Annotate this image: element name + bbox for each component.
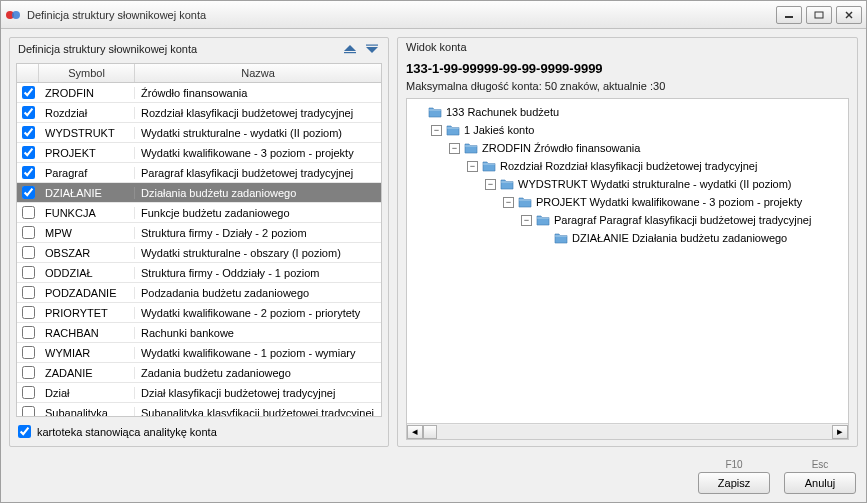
analytic-checkbox-label[interactable]: kartoteka stanowiąca analitykę konta bbox=[37, 426, 217, 438]
row-checkbox[interactable] bbox=[22, 186, 35, 199]
row-checkbox[interactable] bbox=[22, 366, 35, 379]
row-symbol: Rozdział bbox=[39, 107, 135, 119]
row-checkbox[interactable] bbox=[22, 406, 35, 416]
folder-icon bbox=[446, 124, 460, 136]
move-up-icon[interactable] bbox=[342, 41, 358, 57]
table-row[interactable]: ZRODFINŹrówdło finansowania bbox=[17, 83, 381, 103]
row-checkbox[interactable] bbox=[22, 226, 35, 239]
horizontal-scrollbar[interactable]: ◂ ▸ bbox=[407, 423, 848, 439]
tree-item[interactable]: 133 Rachunek budżetu bbox=[409, 103, 846, 121]
row-checkbox[interactable] bbox=[22, 246, 35, 259]
tree-collapse-icon[interactable]: − bbox=[503, 197, 514, 208]
row-nazwa: Wydatki strukturalne - obszary (I poziom… bbox=[135, 247, 381, 259]
row-checkbox[interactable] bbox=[22, 166, 35, 179]
row-checkbox[interactable] bbox=[22, 266, 35, 279]
table-row[interactable]: PODZADANIEPodzadania budżetu zadaniowego bbox=[17, 283, 381, 303]
svg-marker-9 bbox=[366, 47, 378, 53]
row-nazwa: Podzadania budżetu zadaniowego bbox=[135, 287, 381, 299]
row-check-cell bbox=[17, 166, 39, 180]
table-row[interactable]: ParagrafParagraf klasyfikacji budżetowej… bbox=[17, 163, 381, 183]
save-button[interactable]: Zapisz bbox=[698, 472, 770, 494]
table-row[interactable]: DziałDział klasyfikacji budżetowej trady… bbox=[17, 383, 381, 403]
tree-item-label: Paragraf Paragraf klasyfikacji budżetowe… bbox=[554, 214, 811, 226]
scroll-left-arrow[interactable]: ◂ bbox=[407, 425, 423, 439]
table-row[interactable]: ODDZIAŁStruktura firmy - Oddziały - 1 po… bbox=[17, 263, 381, 283]
table-row[interactable]: PRIORYTETWydatki kwalifikowane - 2 pozio… bbox=[17, 303, 381, 323]
row-symbol: FUNKCJA bbox=[39, 207, 135, 219]
table-row[interactable]: WYDSTRUKTWydatki strukturalne - wydatki … bbox=[17, 123, 381, 143]
col-symbol[interactable]: Symbol bbox=[39, 64, 135, 82]
table-row[interactable]: FUNKCJAFunkcje budżetu zadaniowego bbox=[17, 203, 381, 223]
content-area: Definicja struktury słownikowej konta Sy… bbox=[1, 29, 866, 455]
row-checkbox[interactable] bbox=[22, 126, 35, 139]
tree-item[interactable]: −Paragraf Paragraf klasyfikacji budżetow… bbox=[409, 211, 846, 229]
scroll-right-arrow[interactable]: ▸ bbox=[832, 425, 848, 439]
row-check-cell bbox=[17, 86, 39, 100]
tree-collapse-icon[interactable]: − bbox=[467, 161, 478, 172]
maximize-button[interactable] bbox=[806, 6, 832, 24]
row-checkbox[interactable] bbox=[22, 386, 35, 399]
table-row[interactable]: DZIAŁANIEDziałania budżetu zadaniowego bbox=[17, 183, 381, 203]
row-nazwa: Paragraf klasyfikacji budżetowej tradycy… bbox=[135, 167, 381, 179]
table-body: ZRODFINŹrówdło finansowaniaRozdziałRozdz… bbox=[17, 83, 381, 416]
row-checkbox[interactable] bbox=[22, 346, 35, 359]
row-check-cell bbox=[17, 286, 39, 300]
row-checkbox[interactable] bbox=[22, 326, 35, 339]
tree-collapse-icon[interactable]: − bbox=[485, 179, 496, 190]
row-check-cell bbox=[17, 186, 39, 200]
col-nazwa[interactable]: Nazwa bbox=[135, 64, 381, 82]
tree-item[interactable]: DZIAŁANIE Działania budżetu zadaniowego bbox=[409, 229, 846, 247]
row-checkbox[interactable] bbox=[22, 306, 35, 319]
table-row[interactable]: WYMIARWydatki kwalifikowane - 1 poziom -… bbox=[17, 343, 381, 363]
row-nazwa: Wydatki kwalifikowane - 1 poziom - wymia… bbox=[135, 347, 381, 359]
scroll-track[interactable] bbox=[423, 425, 832, 439]
preview-panel-header: Widok konta bbox=[398, 38, 857, 59]
table-row[interactable]: PROJEKTWydatki kwalifikowane - 3 poziom … bbox=[17, 143, 381, 163]
row-nazwa: Wydatki kwalifikowane - 2 poziom - prior… bbox=[135, 307, 381, 319]
tree-item[interactable]: −1 Jakieś konto bbox=[409, 121, 846, 139]
svg-marker-6 bbox=[344, 45, 356, 51]
analytic-checkbox[interactable] bbox=[18, 425, 31, 438]
row-checkbox[interactable] bbox=[22, 86, 35, 99]
row-checkbox[interactable] bbox=[22, 106, 35, 119]
row-checkbox[interactable] bbox=[22, 206, 35, 219]
row-check-cell bbox=[17, 126, 39, 140]
row-nazwa: Subanalityka klasyfikacji budżetowej tra… bbox=[135, 407, 381, 417]
folder-icon bbox=[428, 106, 442, 118]
save-hint: F10 bbox=[725, 459, 742, 470]
tree-item[interactable]: −PROJEKT Wydatki kwalifikowane - 3 pozio… bbox=[409, 193, 846, 211]
table-row[interactable]: RozdziałRozdział klasyfikacji budżetowej… bbox=[17, 103, 381, 123]
scroll-thumb[interactable] bbox=[423, 425, 437, 439]
tree-collapse-icon[interactable]: − bbox=[449, 143, 460, 154]
tree-collapse-icon[interactable]: − bbox=[521, 215, 532, 226]
svg-point-1 bbox=[12, 11, 20, 19]
row-symbol: Subanalityka bbox=[39, 407, 135, 417]
row-symbol: Paragraf bbox=[39, 167, 135, 179]
dialog-buttons: F10 Zapisz Esc Anuluj bbox=[1, 455, 866, 502]
tree-item-label: PROJEKT Wydatki kwalifikowane - 3 poziom… bbox=[536, 196, 802, 208]
table-row[interactable]: OBSZARWydatki strukturalne - obszary (I … bbox=[17, 243, 381, 263]
tree-collapse-icon[interactable]: − bbox=[431, 125, 442, 136]
table-row[interactable]: RACHBANRachunki bankowe bbox=[17, 323, 381, 343]
tree-item[interactable]: −WYDSTRUKT Wydatki strukturalne - wydatk… bbox=[409, 175, 846, 193]
cancel-button[interactable]: Anuluj bbox=[784, 472, 856, 494]
tree-item[interactable]: −Rozdział Rozdział klasyfikacji budżetow… bbox=[409, 157, 846, 175]
minimize-button[interactable] bbox=[776, 6, 802, 24]
move-down-icon[interactable] bbox=[364, 41, 380, 57]
row-checkbox[interactable] bbox=[22, 286, 35, 299]
row-checkbox[interactable] bbox=[22, 146, 35, 159]
row-nazwa: Struktura firmy - Oddziały - 1 poziom bbox=[135, 267, 381, 279]
table-row[interactable]: SubanalitykaSubanalityka klasyfikacji bu… bbox=[17, 403, 381, 416]
row-symbol: ODDZIAŁ bbox=[39, 267, 135, 279]
table-row[interactable]: MPWStruktura firmy - Działy - 2 poziom bbox=[17, 223, 381, 243]
close-button[interactable] bbox=[836, 6, 862, 24]
table-row[interactable]: ZADANIEZadania budżetu zadaniowego bbox=[17, 363, 381, 383]
row-nazwa: Zadania budżetu zadaniowego bbox=[135, 367, 381, 379]
row-check-cell bbox=[17, 246, 39, 260]
row-symbol: RACHBAN bbox=[39, 327, 135, 339]
row-nazwa: Źrówdło finansowania bbox=[135, 87, 381, 99]
row-check-cell bbox=[17, 146, 39, 160]
tree-item[interactable]: −ZRODFIN Źrówdło finansowania bbox=[409, 139, 846, 157]
tree-view[interactable]: 133 Rachunek budżetu−1 Jakieś konto−ZROD… bbox=[406, 98, 849, 440]
row-symbol: MPW bbox=[39, 227, 135, 239]
